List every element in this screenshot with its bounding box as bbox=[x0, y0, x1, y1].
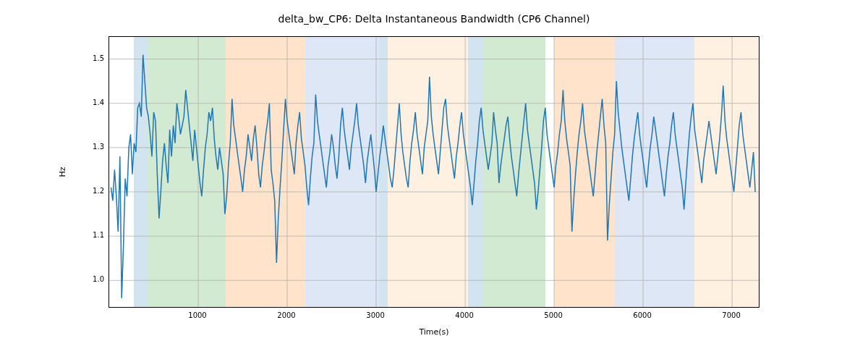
chart-title: delta_bw_CP6: Delta Instantaneous Bandwi… bbox=[0, 13, 868, 25]
plot-area bbox=[109, 36, 760, 308]
y-tick-label: 1.4 bbox=[80, 98, 104, 106]
x-tick-label: 7000 bbox=[710, 311, 753, 319]
y-tick-label: 1.2 bbox=[80, 187, 104, 195]
y-tick-label: 1.1 bbox=[80, 231, 104, 239]
x-tick-label: 5000 bbox=[532, 311, 575, 319]
x-tick-label: 1000 bbox=[176, 311, 219, 319]
x-axis-label: Time(s) bbox=[109, 327, 760, 337]
y-tick-label: 1.5 bbox=[80, 54, 104, 62]
y-tick-label: 1.3 bbox=[80, 143, 104, 151]
figure: delta_bw_CP6: Delta Instantaneous Bandwi… bbox=[0, 0, 868, 362]
x-tick-label: 3000 bbox=[354, 311, 397, 319]
plot-svg bbox=[109, 37, 759, 307]
y-axis-label: Hz bbox=[58, 36, 72, 308]
x-tick-label: 6000 bbox=[621, 311, 664, 319]
y-tick-label: 1.0 bbox=[80, 275, 104, 283]
x-tick-label: 2000 bbox=[265, 311, 308, 319]
x-tick-label: 4000 bbox=[443, 311, 486, 319]
line-series bbox=[111, 55, 756, 298]
